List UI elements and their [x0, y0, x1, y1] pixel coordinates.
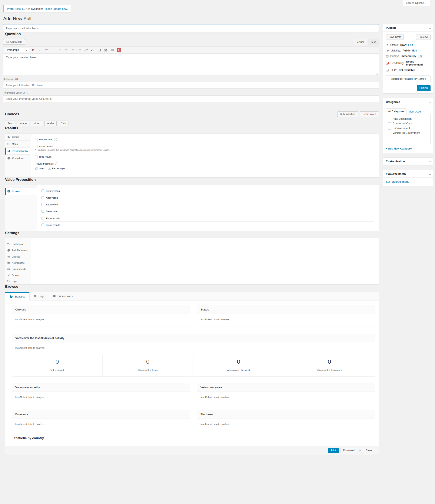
- collapse-arrow-icon[interactable]: [429, 100, 431, 104]
- tab-notifications[interactable]: Notifications: [5, 260, 30, 266]
- tab-browse-logs[interactable]: Logs: [30, 292, 48, 300]
- publish-box-header[interactable]: Publish: [383, 24, 433, 32]
- align-right-button[interactable]: [77, 48, 82, 52]
- poll-title-input[interactable]: [3, 24, 379, 32]
- add-new-category-link[interactable]: + Add New Category: [386, 147, 412, 150]
- tab-custom-fields[interactable]: Custom fields: [5, 266, 30, 272]
- bullet-list-button[interactable]: [44, 48, 49, 52]
- align-center-button[interactable]: [70, 48, 75, 52]
- bulk-insertion-button[interactable]: Bulk insertion: [337, 111, 358, 117]
- category-checkbox[interactable]: [388, 117, 391, 120]
- below-vote-checkbox[interactable]: [41, 210, 44, 213]
- above-results-checkbox[interactable]: [41, 217, 44, 219]
- tab-screens[interactable]: Screens: [5, 188, 37, 195]
- edit-schedule-link[interactable]: Edit: [418, 55, 422, 58]
- tab-poll-placement[interactable]: Poll Placement: [5, 247, 30, 253]
- tab-label: Poll Placement: [12, 249, 28, 252]
- edit-visibility-link[interactable]: Edit: [412, 49, 417, 52]
- choice-type-text-button[interactable]: Text: [5, 121, 15, 126]
- below-results-checkbox[interactable]: [41, 224, 44, 226]
- before-voting-checkbox[interactable]: [41, 189, 44, 192]
- blockquote-button[interactable]: [57, 48, 62, 52]
- above-vote-checkbox[interactable]: [41, 203, 44, 206]
- thumbnail-video-input[interactable]: [3, 96, 379, 102]
- category-checkbox[interactable]: [388, 122, 391, 125]
- full-video-input[interactable]: [3, 82, 379, 89]
- screen-options-button[interactable]: Screen Options: [403, 0, 430, 6]
- featured-image-box-header[interactable]: Featured Image: [383, 170, 433, 178]
- category-checkbox[interactable]: [388, 132, 391, 135]
- value-proposition-options: Before voting After voting Above vote Be…: [37, 185, 379, 231]
- help-icon[interactable]: [54, 138, 57, 141]
- option-label: Below results: [46, 224, 60, 226]
- tab-design[interactable]: Design: [5, 272, 30, 278]
- preview-button[interactable]: Preview: [416, 34, 431, 40]
- category-checkbox[interactable]: [388, 127, 391, 130]
- collapse-arrow-icon[interactable]: [429, 26, 431, 29]
- tab-all-categories[interactable]: All Categories: [386, 108, 407, 114]
- after-voting-checkbox[interactable]: [41, 196, 44, 199]
- italic-button[interactable]: I: [37, 48, 42, 52]
- bold-button[interactable]: B: [31, 48, 36, 52]
- hide-results-checkbox[interactable]: [35, 155, 37, 158]
- category-item: E-Government: [388, 126, 429, 131]
- readability-row: Readability: Needs improvement: [386, 59, 431, 67]
- vote-counters-row: 0 Votes casted 0 Votes casted today 0 Vo…: [12, 355, 375, 376]
- question-textarea[interactable]: Type your question here...: [3, 54, 379, 75]
- customization-box-header[interactable]: Customization: [383, 158, 433, 165]
- tab-countdown[interactable]: Countdown: [5, 155, 30, 162]
- tab-maps[interactable]: Maps: [5, 141, 30, 148]
- wordpress-version-link[interactable]: WordPress 4.9.4: [7, 7, 28, 10]
- choice-type-video-button[interactable]: Video: [31, 121, 43, 126]
- unlink-button[interactable]: [90, 48, 95, 52]
- link-button[interactable]: [84, 48, 88, 52]
- numbered-list-button[interactable]: [51, 48, 55, 52]
- order-results-checkbox[interactable]: [35, 145, 37, 148]
- votes-checkbox[interactable]: [35, 167, 37, 170]
- save-draft-button[interactable]: Save Draft: [386, 34, 404, 40]
- choice-type-audio-button[interactable]: Audio: [45, 121, 57, 126]
- tab-choices-settings[interactable]: Choices: [5, 253, 30, 260]
- option-label: Before voting: [46, 190, 60, 192]
- align-left-button[interactable]: [64, 48, 69, 52]
- settings-content: [30, 238, 379, 284]
- collapse-arrow-icon[interactable]: [429, 160, 431, 163]
- tab-label: Charts: [12, 136, 19, 138]
- reset-votes-button[interactable]: Reset votes: [360, 111, 379, 117]
- categories-box-header[interactable]: Categories: [383, 98, 433, 106]
- require-vote-checkbox[interactable]: [35, 138, 37, 141]
- print-button[interactable]: Print: [328, 448, 339, 453]
- fullscreen-button[interactable]: [103, 48, 108, 52]
- paragraph-select[interactable]: Paragraph: [5, 48, 29, 52]
- tab-charts[interactable]: Charts: [5, 134, 30, 141]
- help-icon[interactable]: [55, 162, 58, 165]
- percentages-checkbox[interactable]: [48, 167, 51, 170]
- reset-button[interactable]: Reset: [363, 448, 375, 453]
- tab-limitations[interactable]: Limitations: [5, 241, 30, 247]
- tab-visual[interactable]: Visual: [354, 39, 367, 45]
- toolbar-toggle-button[interactable]: [110, 48, 115, 52]
- tab-logs[interactable]: Logs: [5, 278, 30, 284]
- update-now-link[interactable]: Please update now: [44, 7, 67, 10]
- notice-period: .: [67, 7, 68, 10]
- browse-tab-bar: Statistics Logs Submissions: [5, 292, 379, 300]
- choice-type-image-button[interactable]: Image: [17, 121, 29, 126]
- shortcode-field[interactable]: Shortcode: [totalpoll id="1605"]: [386, 75, 431, 82]
- resize-handle-icon[interactable]: [376, 73, 378, 75]
- tab-statistics[interactable]: Statistics: [5, 292, 30, 300]
- download-button[interactable]: Download: [341, 448, 357, 453]
- collapse-arrow-icon[interactable]: [429, 172, 431, 175]
- require-vote-label: Require vote: [39, 138, 52, 141]
- edit-status-link[interactable]: Edit: [408, 44, 413, 46]
- tab-text[interactable]: Text: [368, 39, 379, 45]
- choice-type-rich-button[interactable]: Rich: [58, 121, 69, 126]
- set-featured-image-link[interactable]: Set featured image: [386, 180, 409, 183]
- tab-results-display[interactable]: Results Display: [5, 148, 30, 155]
- add-media-button[interactable]: Add Media: [3, 39, 25, 45]
- publish-button[interactable]: Publish: [417, 85, 431, 91]
- read-more-button[interactable]: [97, 48, 102, 52]
- text-color-button[interactable]: A: [117, 48, 121, 52]
- tab-most-used[interactable]: Most Used: [407, 109, 423, 114]
- tab-label: Limitations: [12, 243, 23, 245]
- tab-submissions[interactable]: Submissions: [48, 292, 77, 300]
